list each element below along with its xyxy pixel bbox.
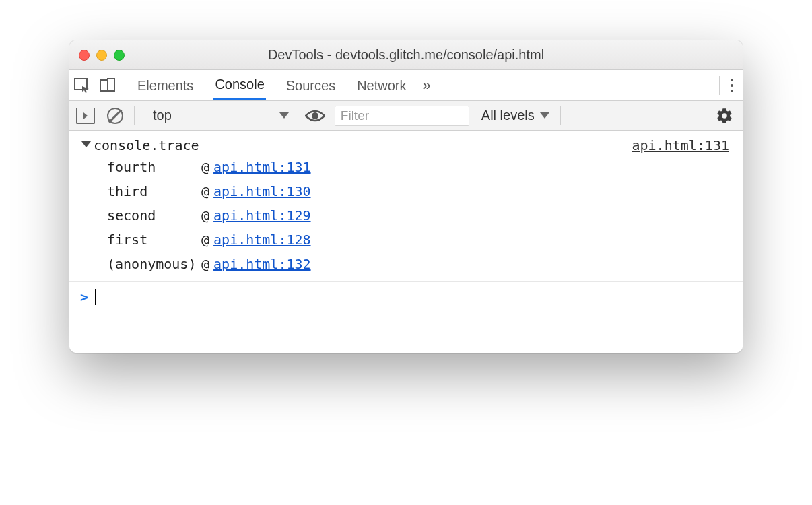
frame-function: fourth xyxy=(107,159,201,175)
tab-sources[interactable]: Sources xyxy=(285,71,337,100)
devtools-tabbar: Elements Console Sources Network » xyxy=(69,70,743,101)
frame-location-link[interactable]: api.html:130 xyxy=(213,183,311,199)
frame-function: third xyxy=(107,183,201,199)
tabs-overflow-icon[interactable]: » xyxy=(423,77,431,94)
trace-label: console.trace xyxy=(94,137,199,154)
frame-location-link[interactable]: api.html:129 xyxy=(213,207,311,224)
tab-console[interactable]: Console xyxy=(213,70,265,100)
tab-elements[interactable]: Elements xyxy=(136,71,195,100)
filter-input[interactable] xyxy=(335,106,469,126)
stack-frame: third @ api.html:130 xyxy=(107,179,743,203)
console-sidebar-toggle-icon[interactable] xyxy=(76,108,95,124)
frame-function: (anonymous) xyxy=(107,256,201,272)
window-title: DevTools - devtools.glitch.me/console/ap… xyxy=(69,47,743,63)
tab-network[interactable]: Network xyxy=(356,71,407,100)
log-levels-selector[interactable]: All levels xyxy=(481,108,549,123)
live-expression-icon[interactable] xyxy=(305,109,325,123)
chevron-right-icon: > xyxy=(80,289,88,305)
chevron-down-icon xyxy=(279,112,289,119)
divider xyxy=(560,106,561,125)
console-prompt[interactable]: > xyxy=(69,282,743,312)
trace-group-header[interactable]: console.trace api.html:131 xyxy=(69,136,743,155)
trace-source-link[interactable]: api.html:131 xyxy=(632,137,730,154)
svg-point-3 xyxy=(312,112,318,119)
titlebar: DevTools - devtools.glitch.me/console/ap… xyxy=(69,40,743,70)
console-output: console.trace api.html:131 fourth @ api.… xyxy=(69,131,743,353)
devtools-window: DevTools - devtools.glitch.me/console/ap… xyxy=(69,40,743,353)
divider xyxy=(719,76,720,95)
disclosure-triangle-icon[interactable] xyxy=(81,141,91,147)
inspect-element-icon[interactable] xyxy=(69,78,95,93)
console-settings-icon[interactable] xyxy=(716,107,733,125)
kebab-menu-icon[interactable] xyxy=(731,79,733,92)
console-toolbar: top All levels xyxy=(69,101,743,131)
frame-location-link[interactable]: api.html:132 xyxy=(213,256,311,272)
stack-frame: second @ api.html:129 xyxy=(107,203,743,228)
frame-at: @ xyxy=(201,159,209,175)
stack-frame: (anonymous) @ api.html:132 xyxy=(107,252,743,276)
frame-location-link[interactable]: api.html:131 xyxy=(213,159,311,175)
device-toolbar-icon[interactable] xyxy=(95,78,121,93)
caret-icon xyxy=(95,289,96,305)
frame-at: @ xyxy=(201,232,209,248)
minimize-icon[interactable] xyxy=(96,50,107,61)
chevron-down-icon xyxy=(540,112,549,119)
stack-frames: fourth @ api.html:131 third @ api.html:1… xyxy=(69,155,743,276)
frame-at: @ xyxy=(201,207,209,224)
stack-frame: first @ api.html:128 xyxy=(107,228,743,252)
clear-console-icon[interactable] xyxy=(107,108,123,124)
context-selector[interactable]: top xyxy=(143,101,298,130)
divider xyxy=(125,76,125,95)
tabs: Elements Console Sources Network xyxy=(136,70,408,100)
traffic-lights xyxy=(79,50,125,61)
frame-function: first xyxy=(107,232,201,248)
close-icon[interactable] xyxy=(79,50,90,61)
frame-at: @ xyxy=(201,183,209,199)
svg-rect-2 xyxy=(108,79,114,91)
divider xyxy=(134,106,135,125)
frame-location-link[interactable]: api.html:128 xyxy=(213,232,311,248)
frame-at: @ xyxy=(201,256,209,272)
log-levels-label: All levels xyxy=(481,108,535,123)
maximize-icon[interactable] xyxy=(114,50,125,61)
stack-frame: fourth @ api.html:131 xyxy=(107,155,743,179)
context-selector-label: top xyxy=(153,108,172,123)
frame-function: second xyxy=(107,207,201,224)
